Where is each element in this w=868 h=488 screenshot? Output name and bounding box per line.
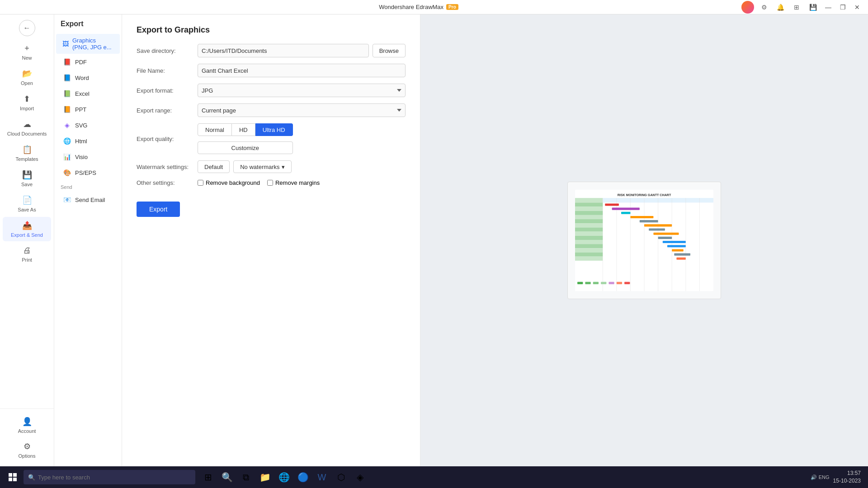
quality-normal-btn[interactable]: Normal	[198, 123, 232, 136]
export-format-select[interactable]: JPG PNG BMP SVG	[198, 84, 406, 97]
svg-rect-50	[13, 478, 17, 481]
gantt-chart-preview: RISK MONITORING GANTT CHART	[575, 189, 713, 291]
taskbar-app-taskview[interactable]: ⧉	[237, 468, 255, 486]
sidebar-item-print[interactable]: 🖨 Print	[3, 242, 51, 266]
format-sidebar: Export 🖼 Graphics (PNG, JPG e... 📕 PDF 📘…	[54, 14, 122, 466]
other-settings-label: Other settings:	[137, 179, 198, 186]
format-item-pseps[interactable]: 🎨 PS/EPS	[56, 165, 120, 180]
svg-rect-13	[605, 203, 619, 206]
format-item-excel[interactable]: 📗 Excel	[56, 86, 120, 101]
format-pseps-label: PS/EPS	[75, 169, 96, 176]
save-directory-control: Browse	[198, 44, 406, 57]
format-item-graphics[interactable]: 🖼 Graphics (PNG, JPG e...	[56, 34, 120, 54]
svg-rect-43	[601, 282, 606, 284]
remove-background-item[interactable]: Remove background	[198, 179, 260, 186]
back-button[interactable]: ←	[19, 20, 35, 36]
taskbar-right: 🔊 ENG 13:57 15-10-2023	[811, 469, 864, 485]
watermark-none-btn[interactable]: No watermarks ▾	[233, 160, 291, 173]
svg-rect-48	[13, 473, 17, 477]
taskbar-search-bar[interactable]: 🔍	[24, 470, 195, 484]
save-icon-btn[interactable]: 💾	[807, 1, 819, 14]
watermark-row: Watermark settings: Default No watermark…	[137, 160, 406, 173]
format-item-visio[interactable]: 📊 Visio	[56, 149, 120, 164]
export-format-control: JPG PNG BMP SVG	[198, 84, 406, 97]
taskbar: 🔍 ⊞ 🔍 ⧉ 📁 🌐 🔵 W ⬡ ◈ 🔊 ENG 13:57 15-10-20…	[0, 466, 868, 488]
taskbar-app-search[interactable]: 🔍	[218, 468, 236, 486]
titlebar-title: Wondershare EdrawMax	[379, 4, 443, 10]
svg-rect-47	[9, 473, 12, 477]
format-item-pdf[interactable]: 📕 PDF	[56, 54, 120, 70]
svg-icon: ◈	[62, 121, 71, 130]
svg-text:RISK MONITORING GANTT CHART: RISK MONITORING GANTT CHART	[618, 193, 671, 197]
watermark-default-btn[interactable]: Default	[198, 160, 230, 173]
svg-rect-32	[575, 244, 603, 248]
sidebar-item-saveas[interactable]: 📄 Save As	[3, 192, 51, 216]
format-item-word[interactable]: 📘 Word	[56, 70, 120, 85]
format-item-ppt[interactable]: 📙 PPT	[56, 102, 120, 117]
customize-btn[interactable]: Customize	[198, 141, 293, 154]
minimize-btn[interactable]: —	[823, 2, 834, 13]
svg-rect-18	[575, 215, 603, 219]
file-name-row: File Name:	[137, 64, 406, 77]
saveas-icon: 📄	[22, 195, 32, 205]
sidebar-item-templates[interactable]: 📋 Templates	[3, 141, 51, 165]
remove-margins-checkbox[interactable]	[267, 180, 273, 186]
quality-ultrahd-btn[interactable]: Ultra HD	[255, 123, 293, 136]
import-icon: ⬆	[24, 94, 30, 104]
file-name-input[interactable]	[198, 64, 406, 77]
remove-background-checkbox[interactable]	[198, 180, 203, 186]
sidebar-options-label: Options	[19, 453, 36, 459]
avatar[interactable]	[741, 1, 754, 14]
sidebar-item-new[interactable]: + New	[3, 40, 51, 64]
format-word-label: Word	[75, 75, 89, 81]
taskbar-app-word[interactable]: W	[313, 468, 331, 486]
export-range-control: Current page All pages	[198, 103, 406, 117]
apps-icon-btn[interactable]: ⊞	[790, 1, 803, 14]
remove-margins-item[interactable]: Remove margins	[267, 179, 320, 186]
settings-icon-btn[interactable]: ⚙	[758, 1, 770, 14]
close-btn[interactable]: ✕	[852, 2, 863, 13]
bell-icon-btn[interactable]: 🔔	[774, 1, 787, 14]
export-panel-title: Export to Graphics	[137, 25, 406, 35]
file-name-control	[198, 64, 406, 77]
svg-rect-40	[577, 282, 583, 284]
taskbar-app-edge[interactable]: 🌐	[275, 468, 293, 486]
sidebar-item-export[interactable]: 📤 Export & Send	[3, 217, 51, 241]
sidebar-item-save[interactable]: 💾 Save	[3, 166, 51, 191]
format-item-svg[interactable]: ◈ SVG	[56, 117, 120, 133]
taskbar-app-app2[interactable]: ◈	[351, 468, 369, 486]
svg-rect-19	[630, 216, 653, 218]
svg-rect-31	[663, 241, 686, 243]
sidebar-item-options[interactable]: ⚙ Options	[3, 438, 51, 462]
sidebar-item-cloud[interactable]: ☁ Cloud Documents	[3, 116, 51, 140]
save-icon: 💾	[22, 170, 32, 180]
svg-rect-42	[593, 282, 599, 284]
quality-hd-btn[interactable]: HD	[232, 123, 255, 136]
svg-rect-26	[575, 232, 603, 236]
svg-rect-2	[575, 198, 603, 202]
start-button[interactable]	[4, 468, 22, 486]
watermark-label: Watermark settings:	[137, 164, 198, 170]
format-item-send-email[interactable]: 📧 Send Email	[56, 192, 120, 207]
maximize-btn[interactable]: ❐	[837, 2, 848, 13]
export-range-select[interactable]: Current page All pages	[198, 103, 406, 117]
taskbar-app-explorer[interactable]: 📁	[256, 468, 274, 486]
save-directory-input[interactable]	[198, 44, 369, 57]
sidebar-item-account[interactable]: 👤 Account	[3, 413, 51, 437]
excel-icon: 📗	[62, 89, 71, 98]
sidebar-item-import[interactable]: ⬆ Import	[3, 90, 51, 115]
taskbar-app-chrome[interactable]: 🔵	[294, 468, 312, 486]
sidebar-item-open[interactable]: 📂 Open	[3, 65, 51, 89]
svg-rect-20	[575, 219, 603, 223]
format-item-html[interactable]: 🌐 Html	[56, 133, 120, 149]
browse-button[interactable]: Browse	[373, 44, 406, 57]
new-icon: +	[24, 44, 29, 53]
svg-rect-16	[575, 211, 603, 215]
svg-rect-49	[9, 478, 12, 481]
taskbar-app-app1[interactable]: ⬡	[332, 468, 350, 486]
taskbar-app-windows[interactable]: ⊞	[199, 468, 217, 486]
taskbar-search-input[interactable]	[38, 474, 191, 481]
pdf-icon: 📕	[62, 57, 71, 66]
svg-rect-24	[575, 227, 603, 231]
export-button[interactable]: Export	[137, 202, 180, 217]
